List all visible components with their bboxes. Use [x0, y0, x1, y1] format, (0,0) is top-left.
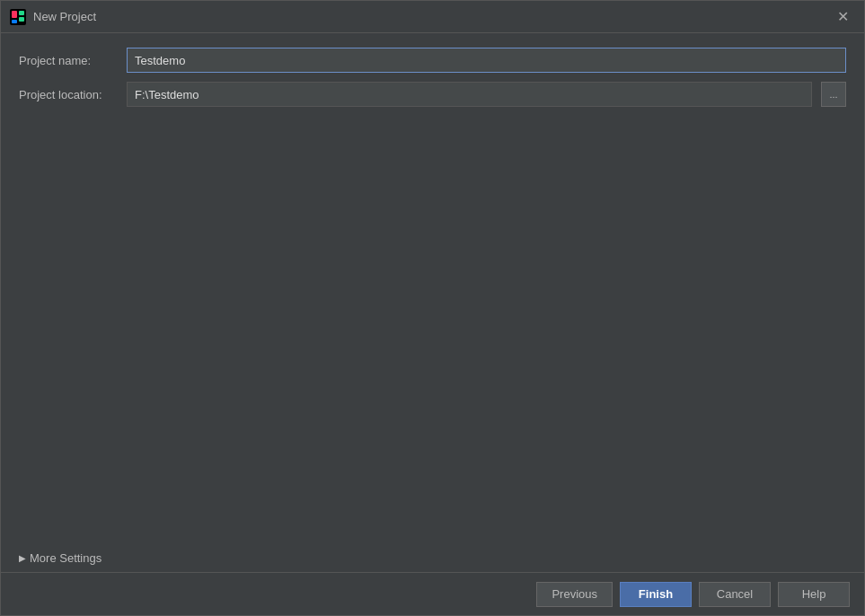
- svg-rect-2: [19, 11, 24, 15]
- title-bar: New Project ✕: [1, 1, 864, 33]
- previous-button[interactable]: Previous: [536, 582, 613, 607]
- browse-button[interactable]: ...: [821, 82, 846, 107]
- close-button[interactable]: ✕: [830, 4, 855, 30]
- more-settings-arrow-icon: ▶: [19, 553, 26, 563]
- help-button[interactable]: Help: [778, 582, 850, 607]
- footer: Previous Finish Cancel Help: [1, 572, 864, 615]
- new-project-dialog: New Project ✕ Project name: Project loca…: [0, 0, 865, 616]
- finish-button[interactable]: Finish: [620, 582, 692, 607]
- more-settings-toggle[interactable]: ▶ More Settings: [1, 544, 864, 572]
- svg-rect-1: [12, 11, 17, 18]
- project-location-input[interactable]: [127, 82, 812, 107]
- svg-rect-3: [19, 17, 24, 22]
- cancel-button[interactable]: Cancel: [699, 582, 771, 607]
- intellij-icon: [10, 9, 26, 25]
- svg-rect-4: [12, 20, 17, 23]
- project-name-input[interactable]: [127, 48, 846, 73]
- spacer: [1, 304, 864, 545]
- project-name-label: Project name:: [19, 54, 118, 67]
- project-location-label: Project location:: [19, 88, 118, 101]
- project-location-row: Project location: ...: [19, 82, 846, 107]
- more-settings-label: More Settings: [30, 551, 102, 565]
- content-area: Project name: Project location: ...: [1, 33, 864, 304]
- dialog-title: New Project: [33, 10, 830, 23]
- project-name-row: Project name:: [19, 48, 846, 73]
